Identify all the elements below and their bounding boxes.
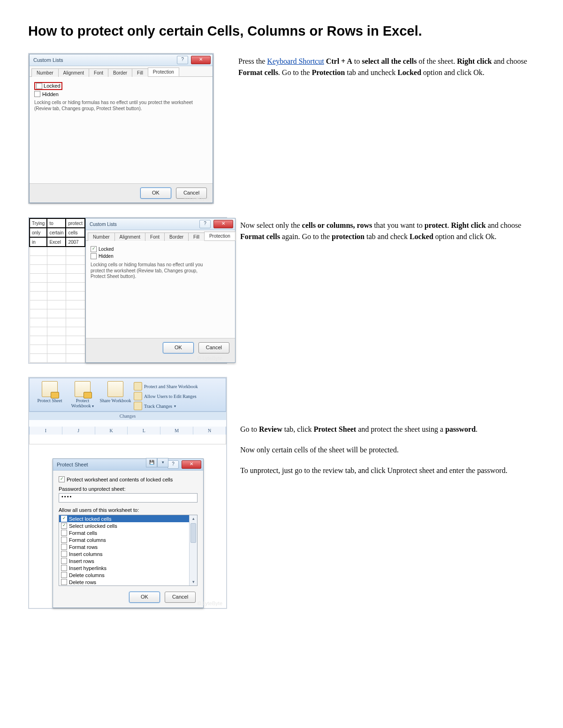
hidden-checkbox[interactable] — [91, 253, 97, 259]
scroll-up-icon[interactable]: ▴ — [192, 515, 195, 522]
tab-border[interactable]: Border — [108, 68, 132, 77]
locked-checkbox[interactable] — [36, 83, 42, 89]
qat-save-icon[interactable]: 💾 — [146, 458, 157, 467]
locked-checkbox[interactable] — [91, 246, 97, 252]
list-item[interactable]: Select locked cells — [59, 515, 197, 522]
dialog-title: Custom Lists — [33, 57, 63, 63]
track-changes-icon — [134, 402, 142, 410]
tab-number[interactable]: Number — [88, 233, 115, 241]
protect-workbook-button[interactable]: Protect Workbook ▾ — [66, 381, 99, 410]
page-title: How to protect only certain Cells, Colum… — [28, 23, 535, 39]
share-workbook-icon — [107, 381, 123, 397]
spreadsheet-grid: Tryingtoprotect onlycertaincells inExcel… — [29, 218, 85, 363]
step3-p1: Go to Review tab, click Protect Sheet an… — [240, 424, 535, 435]
list-item[interactable]: Format columns — [59, 536, 197, 543]
tab-font[interactable]: Font — [89, 68, 108, 77]
step3-p3: To unprotect, just go to the review tab,… — [240, 465, 535, 476]
scrollbar[interactable]: ▴▾ — [189, 515, 197, 585]
protect-sheet-button[interactable]: Protect Sheet — [33, 381, 66, 410]
list-item[interactable]: Format cells — [59, 529, 197, 536]
close-icon[interactable]: ✕ — [182, 460, 201, 469]
figure-3: Protect Sheet Protect Workbook ▾ Share W… — [28, 377, 227, 609]
scroll-thumb[interactable] — [190, 523, 196, 543]
tab-fill[interactable]: Fill — [188, 233, 205, 241]
tab-number[interactable]: Number — [31, 68, 59, 77]
list-item[interactable]: Insert columns — [59, 550, 197, 557]
protect-contents-checkbox[interactable] — [59, 476, 65, 482]
tab-border[interactable]: Border — [164, 233, 189, 241]
locked-highlight: Locked — [34, 82, 62, 90]
share-workbook-button[interactable]: Share Workbook — [99, 381, 132, 410]
chevron-down-icon: ▾ — [174, 404, 176, 408]
hidden-label: Hidden — [42, 91, 59, 97]
allow-label: Allow all users of this worksheet to: — [59, 507, 198, 513]
help-icon[interactable]: ? — [177, 56, 188, 64]
protect-sheet-dialog: Protect Sheet 💾▾ ? ✕ Protect worksheet a… — [53, 458, 204, 608]
dialog-titlebar[interactable]: Custom Lists ? ✕ — [86, 218, 235, 230]
tab-protection[interactable]: Protection — [204, 232, 236, 240]
tab-font[interactable]: Font — [145, 233, 165, 241]
column-headers: IJKLMN — [29, 427, 226, 435]
step1-text: Press the Keyboard Shortcut Ctrl + A to … — [238, 56, 535, 78]
close-icon[interactable]: ✕ — [213, 220, 233, 228]
tab-strip: Number Alignment Font Border Fill Protec… — [30, 66, 213, 77]
protect-sheet-icon — [42, 381, 58, 397]
list-item[interactable]: Delete columns — [59, 571, 197, 578]
list-item[interactable]: Delete rows — [59, 578, 197, 585]
watermark: © LyteByte — [184, 195, 209, 201]
allow-permissions-list[interactable]: Select locked cells Select unlocked cell… — [59, 515, 198, 586]
scroll-down-icon[interactable]: ▾ — [192, 578, 195, 585]
dialog-titlebar[interactable]: Custom Lists ? ✕ — [30, 54, 213, 66]
protect-workbook-icon — [75, 381, 91, 397]
close-icon[interactable]: ✕ — [191, 56, 211, 64]
password-input[interactable]: •••• — [59, 493, 198, 503]
chevron-down-icon[interactable]: ▾ — [157, 458, 168, 467]
ribbon-changes-group: Protect Sheet Protect Workbook ▾ Share W… — [29, 378, 226, 412]
figure-1: Custom Lists ? ✕ Number Alignment Font B… — [28, 53, 214, 204]
help-icon[interactable]: ? — [199, 220, 211, 228]
allow-edit-ranges-button[interactable]: Allow Users to Edit Ranges — [134, 392, 198, 400]
figure-2: Tryingtoprotect onlycertaincells inExcel… — [28, 217, 227, 364]
list-item[interactable]: Format rows — [59, 543, 197, 550]
track-changes-button[interactable]: Track Changes ▾ — [134, 402, 198, 410]
keyboard-shortcut-link[interactable]: Keyboard Shortcut — [267, 57, 324, 65]
locked-label: Locked — [44, 83, 60, 89]
ok-button[interactable]: OK — [140, 188, 171, 199]
cancel-button[interactable]: Cancel — [165, 592, 196, 603]
hidden-checkbox[interactable] — [34, 91, 40, 97]
tab-alignment[interactable]: Alignment — [114, 233, 145, 241]
ok-button[interactable]: OK — [163, 342, 194, 353]
tab-protection[interactable]: Protection — [148, 68, 179, 76]
list-item[interactable]: Insert rows — [59, 557, 197, 564]
protect-share-workbook-button[interactable]: Protect and Share Workbook — [134, 382, 198, 390]
step2-text: Now select only the cells or columns, ro… — [240, 220, 535, 242]
chevron-down-icon: ▾ — [92, 404, 94, 408]
tab-alignment[interactable]: Alignment — [58, 68, 89, 77]
step3-p2: Now only certain cells of the sheet will… — [240, 444, 535, 456]
protect-share-icon — [134, 382, 142, 390]
help-icon[interactable]: ? — [167, 460, 179, 469]
list-item[interactable]: Select unlocked cells — [59, 522, 197, 529]
tab-fill[interactable]: Fill — [132, 68, 148, 77]
list-item[interactable]: Insert hyperlinks — [59, 564, 197, 571]
allow-edit-icon — [134, 392, 142, 400]
ok-button[interactable]: OK — [129, 592, 160, 603]
protection-info: Locking cells or hiding formulas has no … — [34, 100, 194, 112]
password-label: Password to unprotect sheet: — [59, 486, 198, 492]
ribbon-group-label: Changes — [29, 412, 226, 420]
cancel-button[interactable]: Cancel — [198, 342, 229, 353]
